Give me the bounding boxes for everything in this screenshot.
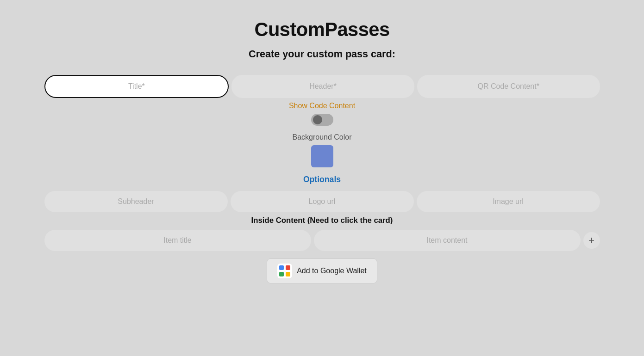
inside-content-label: Inside Content (Need to click the card) <box>251 216 393 225</box>
google-wallet-label: Add to Google Wallet <box>297 267 367 275</box>
header-input[interactable] <box>231 75 414 98</box>
show-code-section: Show Code Content <box>44 102 600 126</box>
optional-fields-row <box>44 191 600 212</box>
google-wallet-button[interactable]: Add to Google Wallet <box>267 258 377 283</box>
toggle-wrapper <box>311 114 333 126</box>
qr-code-input[interactable] <box>417 75 600 98</box>
optionals-label: Optionals <box>303 175 341 184</box>
svg-rect-1 <box>279 265 284 270</box>
show-code-toggle[interactable] <box>311 114 333 126</box>
logo-url-input[interactable] <box>231 191 414 212</box>
form-container: Show Code Content Background Color Optio… <box>44 75 600 283</box>
app-subtitle: Create your custom pass card: <box>249 48 395 60</box>
bg-color-label: Background Color <box>292 133 351 141</box>
add-item-button[interactable]: + <box>583 232 600 249</box>
inside-content-row: + <box>44 230 600 251</box>
item-content-input[interactable] <box>314 230 581 251</box>
app-title: CustomPasses <box>254 18 389 41</box>
bg-color-section: Background Color <box>44 133 600 167</box>
toggle-thumb <box>313 115 322 124</box>
bg-color-swatch[interactable] <box>311 145 333 167</box>
svg-rect-4 <box>286 272 290 276</box>
item-title-input[interactable] <box>44 230 311 251</box>
image-url-input[interactable] <box>417 191 600 212</box>
main-fields-row <box>44 75 600 98</box>
subheader-input[interactable] <box>44 191 228 212</box>
svg-rect-2 <box>286 265 290 270</box>
title-input[interactable] <box>44 75 229 98</box>
svg-rect-3 <box>279 272 284 276</box>
google-wallet-icon <box>277 264 292 278</box>
show-code-label: Show Code Content <box>289 102 355 110</box>
